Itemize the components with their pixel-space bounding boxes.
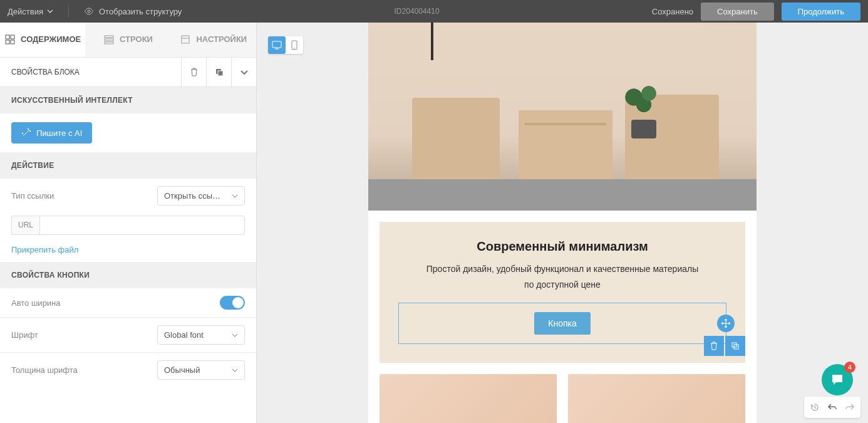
chevron-down-icon xyxy=(240,70,249,75)
history-toolbar xyxy=(804,397,860,418)
url-input[interactable] xyxy=(39,216,245,235)
actions-menu[interactable]: Действия xyxy=(8,7,53,16)
block-props-label: СВОЙСТВА БЛОКА xyxy=(0,59,91,85)
undo-button[interactable] xyxy=(824,399,840,415)
content-block[interactable]: Современный минимализм Простой дизайн, у… xyxy=(380,222,745,363)
copy-icon xyxy=(215,68,224,76)
chevron-down-icon xyxy=(232,333,238,337)
auto-width-toggle[interactable] xyxy=(220,296,245,310)
chevron-down-icon xyxy=(232,368,238,372)
document-id: ID204004410 xyxy=(182,7,651,16)
tab-rows-label: СТРОКИ xyxy=(120,34,153,44)
write-ai-label: Пишите с AI xyxy=(36,128,82,138)
move-handle[interactable] xyxy=(717,315,735,332)
block-properties-header: СВОЙСТВА БЛОКА xyxy=(0,58,256,87)
link-type-select[interactable]: Открыть ссы… xyxy=(157,186,245,206)
history-button[interactable] xyxy=(807,399,823,415)
trash-icon xyxy=(710,342,718,350)
redo-button[interactable] xyxy=(842,399,858,415)
action-section-header: ДЕЙСТВИЕ xyxy=(0,152,256,179)
trash-icon xyxy=(190,68,199,76)
chat-badge: 4 xyxy=(844,362,855,373)
delete-block-button[interactable] xyxy=(181,58,206,86)
mobile-preview-button[interactable] xyxy=(286,36,303,54)
gallery-image[interactable] xyxy=(380,374,557,423)
svg-rect-3 xyxy=(6,40,9,44)
svg-rect-1 xyxy=(6,35,9,39)
mobile-icon xyxy=(291,40,297,50)
continue-button[interactable]: Продолжить xyxy=(782,3,860,21)
undo-icon xyxy=(827,402,837,412)
selected-button-block[interactable]: Кнопка xyxy=(398,303,726,344)
sidebar-tabs: СОДЕРЖИМОЕ СТРОКИ НАСТРОЙКИ xyxy=(0,23,256,58)
desktop-preview-button[interactable] xyxy=(268,36,286,54)
url-prefix-label: URL xyxy=(11,216,39,235)
svg-rect-11 xyxy=(218,71,223,76)
block-action-toolbar xyxy=(704,336,745,356)
lamp-graphic xyxy=(431,23,433,60)
link-type-label: Тип ссылки xyxy=(11,191,54,201)
chat-icon xyxy=(830,372,845,387)
tab-content[interactable]: СОДЕРЖИМОЕ xyxy=(0,23,85,57)
chevron-down-icon xyxy=(47,9,53,13)
content-title: Современный минимализм xyxy=(398,239,726,254)
content-subtitle-1: Простой дизайн, удобный функционал и кач… xyxy=(398,263,726,276)
redo-icon xyxy=(845,402,855,412)
actions-label: Действия xyxy=(8,7,43,16)
desktop-icon xyxy=(272,41,282,50)
content-subtitle-2: по доступной цене xyxy=(398,278,726,291)
chevron-down-icon xyxy=(232,194,238,198)
show-structure-button[interactable]: Отобразить структуру xyxy=(84,7,182,16)
duplicate-block-button[interactable] xyxy=(206,58,231,86)
font-weight-value: Обычный xyxy=(164,365,200,375)
ai-section-header: ИСКУССТВЕННЫЙ ИНТЕЛЛЕКТ xyxy=(0,87,256,113)
svg-rect-12 xyxy=(272,41,281,48)
saved-status: Сохранено xyxy=(652,7,693,16)
svg-point-0 xyxy=(88,10,90,13)
font-weight-label: Толщина шрифта xyxy=(11,365,78,375)
write-with-ai-button[interactable]: Пишите с AI xyxy=(11,122,92,144)
gallery-image[interactable] xyxy=(568,374,745,423)
magic-wand-icon xyxy=(21,128,31,138)
attach-file-link[interactable]: Прикрепить файл xyxy=(0,238,256,262)
top-toolbar: Действия Отобразить структуру ID20400441… xyxy=(0,0,868,23)
plant-graphic xyxy=(619,82,669,138)
svg-rect-8 xyxy=(182,36,189,43)
move-icon xyxy=(721,318,731,328)
image-gallery xyxy=(380,374,745,423)
device-preview-toggle xyxy=(268,36,303,54)
font-select[interactable]: Global font xyxy=(157,325,245,345)
expand-block-button[interactable] xyxy=(231,58,256,86)
settings-icon xyxy=(180,34,191,45)
font-weight-select[interactable]: Обычный xyxy=(157,360,245,380)
divider xyxy=(68,5,69,18)
duplicate-element-button[interactable] xyxy=(725,336,745,356)
furniture-graphic xyxy=(412,98,500,185)
rug-graphic xyxy=(368,179,757,211)
email-preview: Современный минимализм Простой дизайн, у… xyxy=(368,23,757,423)
show-structure-label: Отобразить структуру xyxy=(99,7,182,16)
delete-element-button[interactable] xyxy=(704,336,724,356)
tab-settings[interactable]: НАСТРОЙКИ xyxy=(171,23,256,57)
svg-rect-2 xyxy=(11,35,14,39)
auto-width-label: Авто ширина xyxy=(11,298,61,308)
tab-settings-label: НАСТРОЙКИ xyxy=(196,34,247,44)
svg-rect-7 xyxy=(105,42,113,44)
button-props-header: СВОЙСТВА КНОПКИ xyxy=(0,262,256,288)
save-button[interactable]: Сохранить xyxy=(701,3,774,21)
tab-rows[interactable]: СТРОКИ xyxy=(85,23,170,57)
svg-rect-5 xyxy=(105,36,113,38)
email-cta-button[interactable]: Кнопка xyxy=(534,312,590,335)
grid-icon xyxy=(4,34,16,45)
eye-icon xyxy=(84,8,94,15)
rows-icon xyxy=(103,34,115,45)
editor-canvas: Современный минимализм Простой дизайн, у… xyxy=(257,23,868,423)
tab-content-label: СОДЕРЖИМОЕ xyxy=(21,34,81,44)
chat-support-button[interactable]: 4 xyxy=(822,364,853,395)
svg-rect-6 xyxy=(105,39,113,41)
properties-sidebar: СОДЕРЖИМОЕ СТРОКИ НАСТРОЙКИ СВОЙСТВА БЛО… xyxy=(0,23,257,423)
history-icon xyxy=(810,402,820,412)
furniture-graphic xyxy=(625,95,719,189)
hero-image[interactable] xyxy=(368,23,757,211)
font-label: Шрифт xyxy=(11,330,38,340)
